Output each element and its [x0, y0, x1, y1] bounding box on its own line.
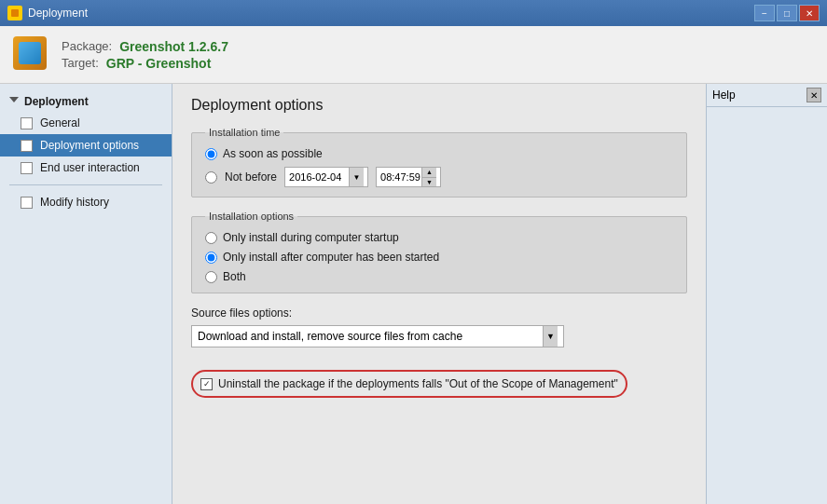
- date-input[interactable]: 2016-02-04 ▼: [284, 167, 368, 187]
- package-icon: [13, 36, 50, 74]
- time-input[interactable]: 08:47:59 ▲ ▼: [376, 167, 441, 187]
- uninstall-checkbox[interactable]: [200, 378, 213, 390]
- sidebar-item-end-user-interaction[interactable]: End user interaction: [0, 157, 172, 179]
- help-close-button[interactable]: ✕: [806, 88, 821, 102]
- uninstall-section: Uninstall the package if the deployments…: [191, 359, 687, 398]
- sidebar-divider: [9, 184, 162, 185]
- source-files-label: Source files options:: [191, 306, 687, 320]
- sidebar-deployment-label: Deployment options: [40, 139, 139, 152]
- time-down-btn[interactable]: ▼: [422, 178, 436, 187]
- package-label: Package:: [62, 39, 112, 53]
- source-files-dropdown-arrow: ▼: [543, 326, 558, 347]
- radio-both-label: Both: [223, 270, 246, 283]
- sidebar: Deployment General Deployment options En…: [0, 84, 172, 504]
- window-title: Deployment: [28, 7, 88, 20]
- sidebar-item-general[interactable]: General: [0, 112, 172, 134]
- maximize-button[interactable]: □: [777, 5, 797, 21]
- radio-startup[interactable]: [205, 232, 217, 244]
- uninstall-label: Uninstall the package if the deployments…: [218, 377, 618, 390]
- source-files-value: Download and install, remove source file…: [198, 330, 462, 343]
- sidebar-history-label: Modify history: [40, 196, 109, 209]
- title-bar: Deployment − □ ✕: [0, 0, 827, 26]
- radio-after-started-label: Only install after computer has been sta…: [223, 251, 439, 264]
- sidebar-item-modify-history[interactable]: Modify history: [0, 191, 172, 213]
- radio-both[interactable]: [205, 271, 217, 283]
- sidebar-enduser-label: End user interaction: [40, 161, 140, 174]
- installation-time-legend: Installation time: [205, 127, 283, 138]
- help-header: Help ✕: [707, 84, 827, 107]
- window-controls: − □ ✕: [754, 5, 820, 21]
- radio-not-before[interactable]: [205, 171, 217, 184]
- radio-row-startup: Only install during computer startup: [205, 231, 673, 244]
- sidebar-history-checkbox: [21, 197, 33, 209]
- time-value: 08:47:59: [380, 171, 420, 183]
- radio-asap[interactable]: [205, 148, 217, 160]
- close-button[interactable]: ✕: [799, 5, 820, 21]
- package-value: Greenshot 1.2.6.7: [119, 39, 228, 54]
- title-bar-left: Deployment: [7, 6, 88, 20]
- app-icon: [7, 6, 22, 20]
- time-up-btn[interactable]: ▲: [422, 168, 436, 178]
- sidebar-enduser-checkbox: [21, 162, 33, 174]
- target-value: GRP - Greenshot: [106, 56, 212, 71]
- radio-after-started[interactable]: [205, 252, 217, 264]
- package-info: Package: Greenshot 1.2.6.7 Target: GRP -…: [62, 39, 228, 71]
- svg-rect-1: [11, 9, 19, 17]
- minimize-button[interactable]: −: [754, 5, 775, 21]
- sidebar-deployment-checkbox: [21, 140, 33, 152]
- source-files-dropdown[interactable]: Download and install, remove source file…: [191, 325, 564, 347]
- help-panel: Help ✕: [706, 84, 827, 504]
- installation-options-panel: Installation options Only install during…: [191, 211, 687, 293]
- installation-time-panel: Installation time As soon as possible No…: [191, 127, 687, 198]
- radio-row-both: Both: [205, 270, 673, 283]
- sidebar-general-checkbox: [21, 117, 33, 129]
- help-label: Help: [712, 89, 736, 102]
- radio-startup-label: Only install during computer startup: [223, 231, 399, 244]
- sidebar-section-header: Deployment: [0, 91, 172, 112]
- radio-not-before-label: Not before: [225, 170, 277, 184]
- sidebar-expand-arrow: [9, 97, 19, 106]
- uninstall-row: Uninstall the package if the deployments…: [191, 370, 627, 398]
- radio-asap-label: As soon as possible: [223, 147, 323, 160]
- radio-row-asap: As soon as possible: [205, 147, 673, 160]
- radio-row-not-before: Not before 2016-02-04 ▼ 08:47:59 ▲ ▼: [205, 167, 673, 187]
- date-dropdown-btn[interactable]: ▼: [349, 168, 364, 186]
- source-files-section: Source files options: Download and insta…: [191, 306, 687, 347]
- package-header: Package: Greenshot 1.2.6.7 Target: GRP -…: [0, 26, 827, 84]
- sidebar-general-label: General: [40, 116, 80, 129]
- time-spinner[interactable]: ▲ ▼: [421, 168, 436, 186]
- target-label: Target:: [62, 56, 99, 70]
- content-area: Deployment options Installation time As …: [172, 84, 706, 504]
- content-title: Deployment options: [191, 97, 687, 114]
- date-value: 2016-02-04: [289, 171, 341, 183]
- installation-options-legend: Installation options: [205, 211, 297, 222]
- sidebar-section-label: Deployment: [24, 95, 89, 108]
- main-container: Deployment General Deployment options En…: [0, 84, 827, 504]
- sidebar-item-deployment-options[interactable]: Deployment options: [0, 134, 172, 157]
- radio-row-after-started: Only install after computer has been sta…: [205, 251, 673, 264]
